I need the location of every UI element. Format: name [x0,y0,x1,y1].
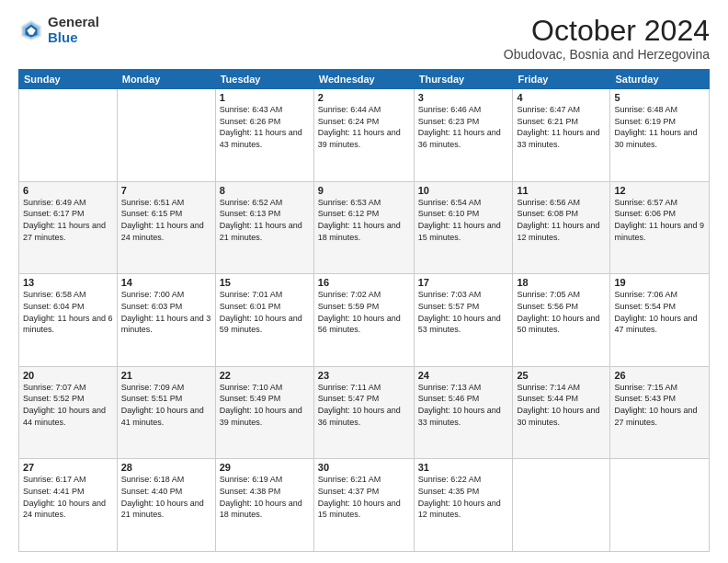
day-info: Sunrise: 7:09 AM Sunset: 5:51 PM Dayligh… [121,382,211,428]
day-info: Sunrise: 6:46 AM Sunset: 6:23 PM Dayligh… [418,104,509,150]
cell-0-6: 5Sunrise: 6:48 AM Sunset: 6:19 PM Daylig… [610,89,710,182]
day-info: Sunrise: 7:07 AM Sunset: 5:52 PM Dayligh… [23,382,113,428]
day-info: Sunrise: 6:21 AM Sunset: 4:37 PM Dayligh… [318,474,410,520]
logo: General Blue [18,15,99,45]
day-number: 18 [517,277,606,288]
col-sunday: Sunday [19,70,118,89]
day-number: 29 [220,462,310,473]
cell-1-5: 11Sunrise: 6:56 AM Sunset: 6:08 PM Dayli… [513,181,610,274]
cell-0-5: 4Sunrise: 6:47 AM Sunset: 6:21 PM Daylig… [513,89,610,182]
day-number: 5 [614,92,705,103]
cell-3-6: 26Sunrise: 7:15 AM Sunset: 5:43 PM Dayli… [610,366,710,459]
cell-0-1 [117,89,215,182]
day-number: 15 [220,277,310,288]
week-row-5: 27Sunrise: 6:17 AM Sunset: 4:41 PM Dayli… [19,459,710,552]
day-info: Sunrise: 6:19 AM Sunset: 4:38 PM Dayligh… [220,474,310,520]
cell-1-6: 12Sunrise: 6:57 AM Sunset: 6:06 PM Dayli… [610,181,710,274]
cell-4-4: 31Sunrise: 6:22 AM Sunset: 4:35 PM Dayli… [414,459,513,552]
col-tuesday: Tuesday [215,70,313,89]
cell-3-0: 20Sunrise: 7:07 AM Sunset: 5:52 PM Dayli… [19,366,118,459]
cell-3-3: 23Sunrise: 7:11 AM Sunset: 5:47 PM Dayli… [313,366,414,459]
day-number: 28 [121,462,211,473]
day-number: 3 [418,92,509,103]
cell-3-5: 25Sunrise: 7:14 AM Sunset: 5:44 PM Dayli… [513,366,610,459]
day-number: 13 [23,277,113,288]
day-info: Sunrise: 7:00 AM Sunset: 6:03 PM Dayligh… [121,289,211,335]
cell-4-1: 28Sunrise: 6:18 AM Sunset: 4:40 PM Dayli… [117,459,215,552]
day-info: Sunrise: 6:18 AM Sunset: 4:40 PM Dayligh… [121,474,211,520]
day-info: Sunrise: 7:03 AM Sunset: 5:57 PM Dayligh… [418,289,509,335]
day-info: Sunrise: 6:17 AM Sunset: 4:41 PM Dayligh… [23,474,113,520]
cell-3-4: 24Sunrise: 7:13 AM Sunset: 5:46 PM Dayli… [414,366,513,459]
cell-1-1: 7Sunrise: 6:51 AM Sunset: 6:15 PM Daylig… [117,181,215,274]
cell-1-2: 8Sunrise: 6:52 AM Sunset: 6:13 PM Daylig… [215,181,313,274]
cell-2-3: 16Sunrise: 7:02 AM Sunset: 5:59 PM Dayli… [313,274,414,367]
day-number: 19 [614,277,705,288]
day-info: Sunrise: 6:44 AM Sunset: 6:24 PM Dayligh… [318,104,410,150]
cell-1-0: 6Sunrise: 6:49 AM Sunset: 6:17 PM Daylig… [19,181,118,274]
logo-general-text: General [48,15,99,30]
day-number: 12 [614,185,705,196]
day-number: 27 [23,462,113,473]
day-info: Sunrise: 7:01 AM Sunset: 6:01 PM Dayligh… [220,289,310,335]
day-info: Sunrise: 7:14 AM Sunset: 5:44 PM Dayligh… [517,382,606,428]
cell-1-3: 9Sunrise: 6:53 AM Sunset: 6:12 PM Daylig… [313,181,414,274]
day-info: Sunrise: 6:22 AM Sunset: 4:35 PM Dayligh… [418,474,509,520]
day-number: 21 [121,370,211,381]
location-subtitle: Obudovac, Bosnia and Herzegovina [504,47,710,62]
day-number: 9 [318,185,410,196]
page: General Blue October 2024 Obudovac, Bosn… [0,0,728,563]
day-number: 7 [121,185,211,196]
day-info: Sunrise: 6:49 AM Sunset: 6:17 PM Dayligh… [23,197,113,243]
day-number: 20 [23,370,113,381]
day-number: 26 [614,370,705,381]
day-info: Sunrise: 6:56 AM Sunset: 6:08 PM Dayligh… [517,197,606,243]
day-number: 16 [318,277,410,288]
logo-text: General Blue [48,15,99,45]
cell-0-0 [19,89,118,182]
col-wednesday: Wednesday [313,70,414,89]
cell-0-3: 2Sunrise: 6:44 AM Sunset: 6:24 PM Daylig… [313,89,414,182]
day-number: 10 [418,185,509,196]
day-number: 14 [121,277,211,288]
calendar-table: Sunday Monday Tuesday Wednesday Thursday… [18,69,710,552]
day-info: Sunrise: 6:54 AM Sunset: 6:10 PM Dayligh… [418,197,509,243]
month-title: October 2024 [504,15,710,47]
cell-4-5 [513,459,610,552]
cell-2-1: 14Sunrise: 7:00 AM Sunset: 6:03 PM Dayli… [117,274,215,367]
cell-3-1: 21Sunrise: 7:09 AM Sunset: 5:51 PM Dayli… [117,366,215,459]
day-number: 11 [517,185,606,196]
cell-2-6: 19Sunrise: 7:06 AM Sunset: 5:54 PM Dayli… [610,274,710,367]
day-info: Sunrise: 7:02 AM Sunset: 5:59 PM Dayligh… [318,289,410,335]
day-info: Sunrise: 6:57 AM Sunset: 6:06 PM Dayligh… [614,197,705,243]
col-friday: Friday [513,70,610,89]
day-info: Sunrise: 6:52 AM Sunset: 6:13 PM Dayligh… [220,197,310,243]
week-row-2: 6Sunrise: 6:49 AM Sunset: 6:17 PM Daylig… [19,181,710,274]
day-number: 25 [517,370,606,381]
week-row-3: 13Sunrise: 6:58 AM Sunset: 6:04 PM Dayli… [19,274,710,367]
title-block: October 2024 Obudovac, Bosnia and Herzeg… [504,15,710,62]
day-number: 17 [418,277,509,288]
day-number: 4 [517,92,606,103]
cell-4-0: 27Sunrise: 6:17 AM Sunset: 4:41 PM Dayli… [19,459,118,552]
cell-2-0: 13Sunrise: 6:58 AM Sunset: 6:04 PM Dayli… [19,274,118,367]
col-monday: Monday [117,70,215,89]
logo-blue-text: Blue [48,30,99,46]
day-number: 31 [418,462,509,473]
header-row: Sunday Monday Tuesday Wednesday Thursday… [19,70,710,89]
day-info: Sunrise: 6:53 AM Sunset: 6:12 PM Dayligh… [318,197,410,243]
day-number: 6 [23,185,113,196]
header: General Blue October 2024 Obudovac, Bosn… [18,15,710,62]
day-info: Sunrise: 6:48 AM Sunset: 6:19 PM Dayligh… [614,104,705,150]
day-number: 1 [220,92,310,103]
day-info: Sunrise: 7:10 AM Sunset: 5:49 PM Dayligh… [220,382,310,428]
cell-0-4: 3Sunrise: 6:46 AM Sunset: 6:23 PM Daylig… [414,89,513,182]
day-info: Sunrise: 7:15 AM Sunset: 5:43 PM Dayligh… [614,382,705,428]
col-saturday: Saturday [610,70,710,89]
day-info: Sunrise: 6:51 AM Sunset: 6:15 PM Dayligh… [121,197,211,243]
col-thursday: Thursday [414,70,513,89]
day-number: 23 [318,370,410,381]
day-number: 2 [318,92,410,103]
day-number: 22 [220,370,310,381]
day-info: Sunrise: 7:13 AM Sunset: 5:46 PM Dayligh… [418,382,509,428]
